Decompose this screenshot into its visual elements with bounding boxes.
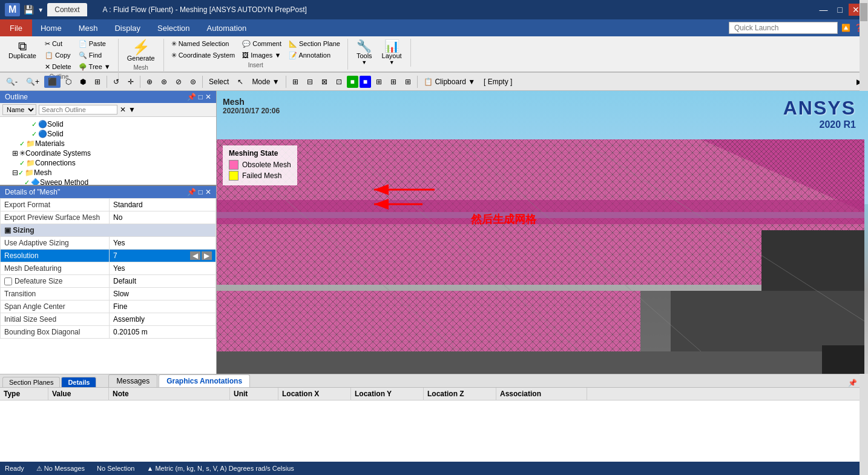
cursor-btn[interactable]: ✛ — [124, 76, 137, 88]
images-btn[interactable]: 🖼 Images ▼ — [240, 50, 284, 60]
bottom-pin-btn[interactable]: 📌 — [848, 379, 857, 387]
automation-menu[interactable]: Automation — [199, 19, 255, 36]
cut-btn[interactable]: ✂ Cut — [42, 39, 74, 49]
viewport-canvas[interactable]: 0 0.005 0.01 (m) 0.0025 0.0075 Z X — [217, 91, 868, 374]
tree-item-materials[interactable]: ✓ 📁 Materials — [0, 139, 216, 148]
delete-btn[interactable]: ✕ Delete — [42, 62, 74, 72]
expand-icon1[interactable]: ⊞ — [12, 149, 18, 158]
section-plane-btn[interactable]: 📐 Section Plane — [286, 39, 343, 49]
details-row-defeature-size[interactable]: Defeature Size Default — [1, 275, 216, 288]
outline-close-btn[interactable]: ✕ — [205, 93, 211, 101]
layout-dropdown[interactable]: ▼ — [389, 59, 395, 65]
annotation-btn[interactable]: 📝 Annotation — [286, 50, 343, 61]
named-selection-btn[interactable]: ✳ Named Selection — [169, 39, 238, 49]
obsolete-mesh-item: Obsolete Mesh — [229, 160, 291, 170]
copy-btn[interactable]: 📋 Copy — [42, 50, 74, 61]
view-type-btn6[interactable]: ■ — [360, 76, 371, 88]
view-3d-btn[interactable]: ⬛ — [44, 76, 61, 88]
quick-access-save[interactable]: 💾 — [24, 5, 34, 15]
duplicate-btn[interactable]: ⧉ Duplicate — [5, 39, 40, 61]
expand-icon2[interactable]: ⊟ — [12, 168, 18, 177]
tree-btn[interactable]: 🌳 Tree ▼ — [76, 62, 113, 72]
quick-launch-input[interactable] — [729, 22, 838, 34]
view-type-btn1[interactable]: ⊞ — [289, 76, 302, 88]
layout-btn[interactable]: 📊 Layout ▼ — [378, 39, 406, 67]
view-type-btn3[interactable]: ⊠ — [318, 76, 331, 88]
graphics-annotations-tab[interactable]: Graphics Annotations — [159, 374, 250, 387]
details-row-export-preview[interactable]: Export Preview Surface Mesh No — [1, 211, 216, 224]
nav-up-icon[interactable]: 🔼 — [841, 24, 850, 32]
details-row-defeaturing[interactable]: Mesh Defeaturing Yes — [1, 262, 216, 275]
section-collapse-icon[interactable]: ▣ — [4, 226, 11, 234]
details-row-transition[interactable]: Transition Slow — [1, 288, 216, 301]
search-options-btn[interactable]: ▼ — [128, 105, 136, 114]
tools-btn[interactable]: 🔧 Tools ▼ — [353, 39, 376, 67]
zoom-out-btn[interactable]: 🔍- — [2, 76, 21, 88]
section-planes-tab[interactable]: Section Planes — [2, 377, 60, 387]
minimize-btn[interactable]: — — [816, 4, 832, 16]
outline-restore-btn[interactable]: □ — [199, 93, 203, 101]
view-type-btn2[interactable]: ⊟ — [303, 76, 317, 88]
zoom-fit-btn[interactable]: ⊜ — [186, 76, 200, 88]
maximize-btn[interactable]: □ — [834, 4, 846, 16]
details-row-resolution[interactable]: Resolution 7 ◀ ▶ — [1, 250, 216, 262]
view-extra-btn[interactable]: ⊞ — [91, 76, 104, 88]
comment-btn[interactable]: 💬 Comment — [240, 39, 284, 49]
outline-pin-btn[interactable]: 📌 — [187, 93, 196, 101]
clipboard-btn[interactable]: 📋 Clipboard ▼ — [420, 76, 479, 88]
display-menu[interactable]: Display — [106, 19, 149, 36]
tree-item-solid1[interactable]: ✓ 🔵 Solid — [0, 119, 216, 129]
zoom-box-btn[interactable]: ⊕ — [143, 76, 156, 88]
select-btn[interactable]: Select — [205, 76, 232, 88]
insert-col2: 💬 Comment 🖼 Images ▼ — [240, 39, 284, 60]
messages-tab[interactable]: Messages — [108, 374, 157, 387]
view-type-btn5[interactable]: ■ — [347, 76, 358, 88]
view-type-btn7[interactable]: ⊞ — [372, 76, 386, 88]
mode-btn[interactable]: Mode ▼ — [248, 76, 283, 88]
view-wireframe-btn[interactable]: ⬡ — [62, 76, 75, 88]
zoom-all-btn[interactable]: ⊛ — [157, 76, 171, 88]
file-menu[interactable]: File — [0, 19, 32, 36]
view-type-btn4[interactable]: ⊡ — [332, 76, 346, 88]
coordinate-system-btn[interactable]: ✳ Coordinate System — [169, 50, 238, 61]
tools-dropdown[interactable]: ▼ — [361, 59, 367, 65]
generate-btn[interactable]: ⚡ Generate — [123, 39, 159, 63]
view-type-btn9[interactable]: ⊞ — [401, 76, 415, 88]
tree-item-connections[interactable]: ✓ 📁 Connections — [0, 158, 216, 168]
name-filter-select[interactable]: Name — [2, 104, 36, 115]
view-solid-btn[interactable]: ⬢ — [76, 76, 90, 88]
title-controls[interactable]: — □ ✕ — [816, 4, 863, 16]
resolution-dec-btn[interactable]: ◀ — [190, 251, 200, 260]
tree-item-sweep[interactable]: ✓ 🔷 Sweep Method — [0, 178, 216, 185]
details-restore-btn[interactable]: □ — [199, 188, 203, 196]
outline-search-input[interactable] — [39, 105, 117, 115]
rotate-btn[interactable]: ↺ — [110, 76, 123, 88]
paste-btn[interactable]: 📄 Paste — [76, 39, 113, 49]
details-row-initial-size[interactable]: Initial Size Seed Assembly — [1, 313, 216, 326]
details-close-btn[interactable]: ✕ — [205, 188, 211, 196]
details-header: Details of "Mesh" 📌 □ ✕ — [0, 186, 216, 198]
defeature-checkbox[interactable] — [4, 277, 12, 285]
selection-menu[interactable]: Selection — [149, 19, 198, 36]
details-tab[interactable]: Details — [61, 377, 96, 387]
tree-item-solid2[interactable]: ✓ 🔵 Solid — [0, 129, 216, 139]
quick-access-dropdown[interactable]: ▼ — [38, 7, 44, 13]
details-row-bounding-box[interactable]: Bounding Box Diagonal 0.20105 m — [1, 326, 216, 339]
find-btn[interactable]: 🔍 Find — [76, 50, 113, 61]
search-clear-btn[interactable]: ✕ — [120, 105, 126, 114]
details-row-adaptive[interactable]: Use Adaptive Sizing Yes — [1, 237, 216, 250]
tree-item-mesh[interactable]: ⊟ ✓ 📁 Mesh — [0, 168, 216, 178]
details-row-span-angle[interactable]: Span Angle Center Fine — [1, 301, 216, 313]
empty-btn[interactable]: [ Empty ] — [480, 76, 516, 88]
resolution-inc-btn[interactable]: ▶ — [202, 251, 212, 260]
select-arrow-btn[interactable]: ↖ — [234, 76, 247, 88]
home-menu[interactable]: Home — [32, 19, 70, 36]
mesh-menu[interactable]: Mesh — [70, 19, 107, 36]
tree-item-coordinate[interactable]: ⊞ ✳ Coordinate Systems — [0, 148, 216, 158]
insert-group-label: Insert — [248, 62, 263, 70]
details-pin-btn[interactable]: 📌 — [187, 188, 196, 196]
view-type-btn8[interactable]: ⊞ — [387, 76, 400, 88]
zoom-in-btn[interactable]: 🔍+ — [22, 76, 43, 88]
details-row-export-format[interactable]: Export Format Standard — [1, 199, 216, 211]
zoom-selected-btn[interactable]: ⊘ — [172, 76, 185, 88]
